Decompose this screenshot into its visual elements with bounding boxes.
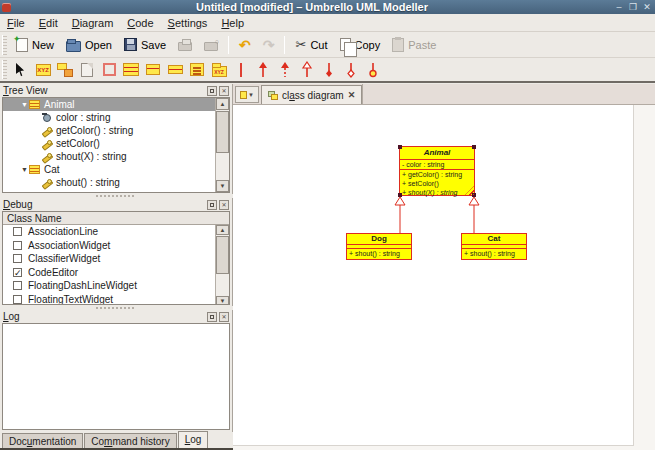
menu-help[interactable]: Help xyxy=(214,15,251,31)
debug-row-floatingdashlinewidget[interactable]: FloatingDashLineWidget xyxy=(3,279,229,293)
anchor-tool[interactable] xyxy=(362,60,384,80)
float-panel-icon[interactable] xyxy=(207,86,217,96)
menu-file[interactable]: File xyxy=(0,15,32,31)
tree-item-animal[interactable]: ▼Animal xyxy=(3,98,229,111)
scroll-down-icon[interactable]: ▼ xyxy=(216,296,229,305)
menu-diagram[interactable]: Diagram xyxy=(65,15,121,31)
maximize-button[interactable]: ❐ xyxy=(627,1,639,13)
tab-log[interactable]: Log xyxy=(178,431,209,448)
cut-label: Cut xyxy=(310,39,327,51)
tree-item-shout[interactable]: shout() : string xyxy=(3,176,229,189)
composition-tool[interactable] xyxy=(318,60,340,80)
association-tool[interactable] xyxy=(230,60,252,80)
copy-button[interactable]: Copy xyxy=(334,35,387,54)
tree-view-panel[interactable]: ▼Animalcolor : stringgetColor() : string… xyxy=(2,97,230,193)
minimize-button[interactable]: – xyxy=(613,1,625,13)
selection-handle[interactable] xyxy=(472,145,476,149)
debug-row-associationwidget[interactable]: AssociationWidget xyxy=(3,239,229,253)
generalization-tool[interactable] xyxy=(296,60,318,80)
select-tool[interactable] xyxy=(10,60,32,80)
checked-checkbox[interactable]: ✓ xyxy=(13,268,22,277)
menu-code[interactable]: Code xyxy=(120,15,160,31)
tree-item-color[interactable]: color : string xyxy=(3,111,229,124)
datatype-tool[interactable] xyxy=(164,60,186,80)
new-diagram-icon xyxy=(240,91,247,99)
close-tab-icon[interactable]: ✕ xyxy=(348,90,356,100)
unchecked-checkbox[interactable] xyxy=(13,254,22,263)
close-button[interactable]: ✕ xyxy=(641,1,653,13)
debug-scrollbar-thumb[interactable] xyxy=(216,236,229,274)
title-bar[interactable]: Untitled [modified] – Umbrello UML Model… xyxy=(0,0,655,14)
tree-item-setcolor[interactable]: setColor() xyxy=(3,137,229,150)
class-tool[interactable] xyxy=(120,60,142,80)
debug-row-associationline[interactable]: AssociationLine xyxy=(3,225,229,239)
uml-class-animal[interactable]: Animal- color : string+ getColor() : str… xyxy=(399,146,475,196)
menu-settings[interactable]: Settings xyxy=(161,15,215,31)
undo-button[interactable]: ↶ xyxy=(233,35,257,55)
debug-row-classifierwidget[interactable]: ClassifierWidget xyxy=(3,252,229,266)
close-panel-icon[interactable]: ✕ xyxy=(219,86,229,96)
expander-icon[interactable]: ▼ xyxy=(20,101,29,108)
unchecked-checkbox[interactable] xyxy=(13,241,22,250)
unchecked-checkbox[interactable] xyxy=(13,295,22,304)
interface-tool[interactable] xyxy=(142,60,164,80)
class-name: Cat xyxy=(462,234,526,245)
uml-class-cat[interactable]: Cat+ shout() : string xyxy=(461,233,527,260)
float-panel-icon[interactable] xyxy=(207,200,217,210)
enum-tool[interactable] xyxy=(186,60,208,80)
menu-edit[interactable]: Edit xyxy=(32,15,65,31)
toolbar-drag-handle[interactable] xyxy=(2,60,7,78)
uml-class-dog[interactable]: Dog+ shout() : string xyxy=(346,233,412,260)
debug-panel[interactable]: Class Name AssociationLineAssociationWid… xyxy=(2,211,230,305)
tree-item-cat[interactable]: ▼Cat xyxy=(3,163,229,176)
tree-scrollbar-thumb[interactable] xyxy=(216,111,229,153)
tab-command-history[interactable]: Command history xyxy=(84,433,176,448)
aggregation-tool[interactable] xyxy=(340,60,362,80)
private-attribute-icon xyxy=(42,113,51,122)
tab-class-diagram[interactable]: class diagram ✕ xyxy=(261,85,362,104)
save-label: Save xyxy=(141,39,166,51)
new-diagram-button[interactable]: ▼ xyxy=(235,86,259,103)
selection-handle[interactable] xyxy=(398,145,402,149)
note-tool[interactable] xyxy=(76,60,98,80)
close-panel-icon[interactable]: ✕ xyxy=(219,312,229,322)
tree-item-getcolor[interactable]: getColor() : string xyxy=(3,124,229,137)
select-icon xyxy=(16,63,27,77)
tree-item-shout[interactable]: shout(X) : string xyxy=(3,150,229,163)
save-button[interactable]: Save xyxy=(118,35,172,54)
scroll-down-icon[interactable]: ▼ xyxy=(216,180,229,192)
close-panel-icon[interactable]: ✕ xyxy=(219,200,229,210)
class-name-column-header[interactable]: Class Name xyxy=(3,212,229,225)
scroll-up-icon[interactable]: ▲ xyxy=(216,98,229,110)
scroll-up-icon[interactable]: ▲ xyxy=(216,225,229,235)
cut-button[interactable]: ✂Cut xyxy=(289,35,333,55)
toolbar-drag-handle[interactable] xyxy=(2,35,7,55)
tab-documentation[interactable]: Documentation xyxy=(2,433,83,448)
tree-scrollbar[interactable]: ▲ ▼ xyxy=(215,98,229,192)
directed-association-tool[interactable] xyxy=(252,60,274,80)
generalization-arrow[interactable] xyxy=(468,197,480,233)
unchecked-checkbox[interactable] xyxy=(13,281,22,290)
debug-row-floatingtextwidget[interactable]: FloatingTextWidget xyxy=(3,293,229,306)
debug-row-codeeditor[interactable]: ✓CodeEditor xyxy=(3,266,229,280)
float-panel-icon[interactable] xyxy=(207,312,217,322)
dependency-tool[interactable] xyxy=(274,60,296,80)
object-tool[interactable] xyxy=(54,60,76,80)
work-toolbar: XYZXYZ xyxy=(0,58,655,83)
log-panel[interactable] xyxy=(2,323,230,430)
new-button[interactable]: New xyxy=(10,35,60,55)
package-tool[interactable]: XYZ xyxy=(208,60,230,80)
window-title: Untitled [modified] – Umbrello UML Model… xyxy=(11,0,613,14)
operations-compartment: + shout() : string xyxy=(462,249,526,258)
text-tool[interactable]: XYZ xyxy=(32,60,54,80)
diagram-canvas[interactable]: Animal- color : string+ getColor() : str… xyxy=(233,105,655,450)
umbrello-app-icon[interactable] xyxy=(2,3,11,12)
operation: + getColor() : string xyxy=(400,170,474,179)
debug-scrollbar[interactable]: ▲ ▼ xyxy=(215,225,229,305)
attributes-compartment: - color : string xyxy=(400,160,474,170)
unchecked-checkbox[interactable] xyxy=(13,227,22,236)
open-button[interactable]: Open xyxy=(60,35,118,55)
generalization-arrow[interactable] xyxy=(394,197,406,233)
expander-icon[interactable]: ▼ xyxy=(20,166,29,173)
box-tool[interactable] xyxy=(98,60,120,80)
